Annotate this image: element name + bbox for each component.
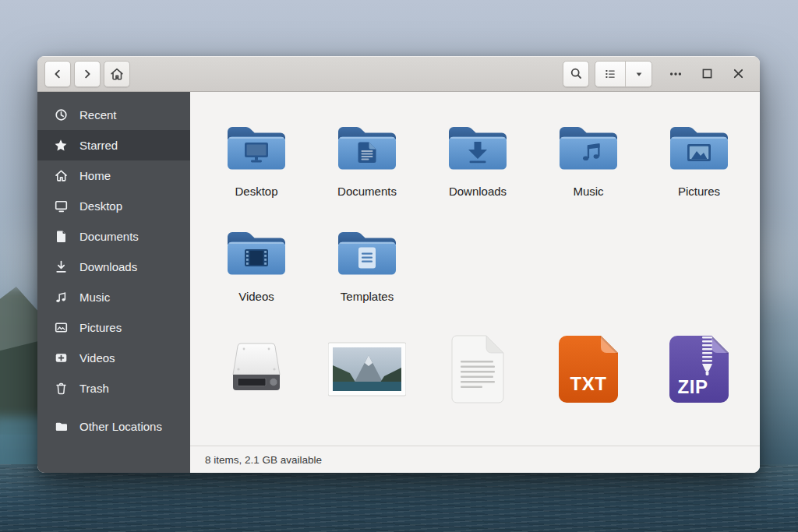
- item-label: Pictures: [678, 185, 720, 198]
- empty-cell: [533, 224, 644, 335]
- folder-icon-blue: [554, 118, 623, 174]
- sidebar-item-home[interactable]: Home: [37, 160, 190, 191]
- sidebar-item-label: Videos: [79, 351, 115, 365]
- icon-grid: Desktop: [201, 118, 754, 403]
- sidebar: Recent Starred Home Desktop Documents: [37, 92, 190, 473]
- sidebar-item-trash[interactable]: Trash: [37, 373, 190, 403]
- sidebar-item-label: Desktop: [79, 199, 122, 213]
- sidebar-item-desktop[interactable]: Desktop: [37, 191, 190, 221]
- file-manager-window: Recent Starred Home Desktop Documents: [37, 56, 760, 473]
- window-body: Recent Starred Home Desktop Documents: [37, 92, 760, 473]
- clock-icon: [54, 108, 68, 122]
- background-ocean: [0, 464, 798, 532]
- maximize-button[interactable]: [696, 63, 718, 85]
- sidebar-item-pictures[interactable]: Pictures: [37, 312, 190, 343]
- sidebar-item-recent[interactable]: Recent: [37, 100, 190, 130]
- folder-pictures[interactable]: Pictures: [644, 118, 754, 224]
- item-label: Downloads: [449, 185, 507, 198]
- filmstrip-emblem-icon: [245, 249, 268, 266]
- headerbar: [37, 56, 760, 92]
- file-photo[interactable]: [312, 335, 422, 403]
- folder-downloads[interactable]: Downloads: [422, 118, 533, 224]
- desktop-background: Recent Starred Home Desktop Documents: [0, 0, 798, 532]
- zip-badge-text: ZIP: [678, 376, 708, 397]
- sidebar-item-label: Trash: [79, 382, 109, 395]
- sidebar-item-label: Other Locations: [79, 420, 162, 433]
- sidebar-item-starred[interactable]: Starred: [37, 130, 190, 160]
- item-label: Documents: [337, 185, 397, 198]
- empty-cell: [422, 224, 533, 335]
- file-zip[interactable]: ZIP: [644, 335, 754, 403]
- zip-archive-icon: ZIP: [669, 335, 729, 403]
- statusbar-text: 8 items, 2.1 GB available: [205, 454, 322, 466]
- file-hard-drive[interactable]: [201, 335, 312, 403]
- sidebar-item-other-locations[interactable]: Other Locations: [37, 411, 190, 442]
- sidebar-item-label: Home: [79, 169, 111, 182]
- sidebar-item-label: Pictures: [79, 321, 122, 334]
- item-label: Desktop: [235, 185, 277, 198]
- folder-icon-blue: [222, 224, 291, 280]
- item-label: Templates: [341, 290, 394, 303]
- folder-icon-blue: [222, 118, 291, 174]
- folder-videos[interactable]: Videos: [201, 224, 312, 335]
- sidebar-item-videos[interactable]: Videos: [37, 343, 190, 373]
- sidebar-item-label: Downloads: [79, 260, 137, 273]
- home-button[interactable]: [104, 61, 130, 87]
- folder-music[interactable]: Music: [533, 118, 644, 224]
- music-note-icon: [54, 291, 68, 304]
- close-icon: [732, 67, 745, 80]
- item-label: Music: [573, 185, 603, 198]
- folder-desktop[interactable]: Desktop: [201, 118, 312, 224]
- home-icon: [54, 169, 68, 182]
- download-icon: [54, 260, 68, 273]
- txt-file-icon: TXT: [559, 335, 618, 403]
- hard-drive-icon: [228, 335, 284, 403]
- search-icon: [570, 67, 583, 80]
- sidebar-item-label: Music: [79, 291, 110, 304]
- folder-icon: [54, 420, 68, 433]
- display-icon: [54, 199, 68, 213]
- file-txt[interactable]: TXT: [533, 335, 644, 403]
- sidebar-item-label: Recent: [79, 108, 117, 122]
- sidebar-item-label: Documents: [79, 230, 139, 243]
- maximize-icon: [701, 67, 714, 80]
- empty-cell: [644, 224, 754, 335]
- photo-icon: [328, 335, 406, 403]
- chevron-left-icon: [51, 68, 64, 80]
- star-icon: [54, 139, 68, 152]
- sidebar-item-downloads[interactable]: Downloads: [37, 252, 190, 282]
- txt-badge-text: TXT: [570, 373, 607, 394]
- menu-button[interactable]: [665, 63, 687, 85]
- list-view-icon: [604, 68, 616, 80]
- close-button[interactable]: [727, 63, 749, 85]
- folder-templates[interactable]: Templates: [312, 224, 422, 335]
- sidebar-item-label: Starred: [79, 139, 118, 152]
- trash-icon: [54, 382, 68, 395]
- file-text-document[interactable]: [422, 335, 533, 403]
- forward-button[interactable]: [74, 61, 101, 87]
- text-document-icon: [450, 335, 505, 403]
- folder-icon-blue: [333, 118, 401, 174]
- view-options-button[interactable]: [625, 62, 651, 86]
- folder-documents[interactable]: Documents: [312, 118, 422, 224]
- sidebar-item-music[interactable]: Music: [37, 282, 190, 312]
- statusbar: 8 items, 2.1 GB available: [190, 446, 760, 473]
- folder-icon-blue: [333, 224, 401, 280]
- document-icon: [54, 230, 68, 243]
- folder-icon-blue: [665, 118, 733, 174]
- sidebar-item-documents[interactable]: Documents: [37, 221, 190, 252]
- ellipsis-icon: [669, 67, 683, 81]
- video-icon: [54, 351, 68, 365]
- back-button[interactable]: [44, 61, 71, 87]
- chevron-right-icon: [81, 68, 94, 80]
- home-icon: [110, 67, 124, 81]
- folder-icon-blue: [443, 118, 512, 174]
- image-icon: [54, 321, 68, 334]
- image-emblem-icon: [687, 144, 711, 161]
- search-button[interactable]: [563, 61, 589, 87]
- page-emblem-icon: [358, 248, 376, 269]
- item-label: Videos: [238, 290, 274, 303]
- content-area: Desktop: [190, 92, 760, 473]
- list-view-button[interactable]: [595, 62, 625, 86]
- view-switcher: [595, 61, 652, 87]
